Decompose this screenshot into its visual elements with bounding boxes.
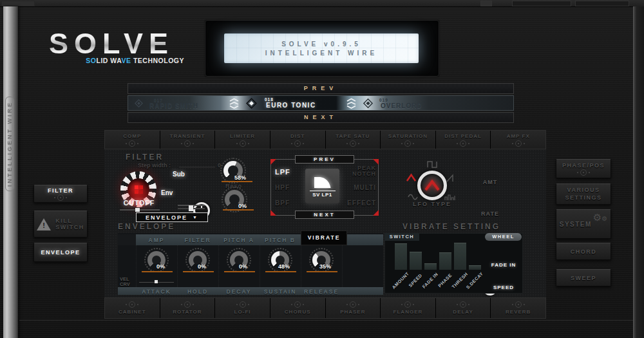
tab-rotator[interactable]: ROTATOR: [160, 298, 215, 318]
vibrate-wheel-button[interactable]: WHEEL: [485, 233, 522, 241]
divider: [218, 245, 219, 287]
tab-lo-fi[interactable]: LO-FI: [215, 298, 270, 318]
warning-icon: !: [37, 218, 51, 230]
various-settings-button[interactable]: VARIOUS SETTINGS: [556, 183, 611, 205]
env-col-filter[interactable]: FILTER: [177, 237, 218, 243]
env-stage-release: RELEASE: [301, 288, 342, 295]
tab-transient[interactable]: TRANSIENT: [160, 131, 215, 149]
filter-type-effect[interactable]: EFFECT: [346, 200, 376, 207]
sweep-button[interactable]: SWEEP: [556, 269, 611, 286]
envelope-page-button[interactable]: ENVELOPE: [33, 243, 88, 262]
filter-type-next-button[interactable]: NEXT: [295, 211, 354, 219]
tab-tape-satu[interactable]: TAPE SATU: [326, 131, 381, 149]
divider: [136, 245, 137, 287]
divider: [177, 245, 178, 287]
filter-type-lpf[interactable]: LPF: [275, 168, 290, 176]
preset-current-number: 018: [265, 97, 274, 102]
tab-limiter[interactable]: LIMITER: [215, 131, 270, 149]
cutoff-slider[interactable]: [120, 209, 160, 211]
bottom-fx-tab-row: CABINET ROTATOR LO-FI CHORUS PHASER FLAN…: [104, 297, 546, 319]
logo: SOLVE: [39, 27, 184, 61]
kill-switch-button[interactable]: ! KILL SWITCH: [33, 211, 88, 238]
tab-delay[interactable]: DELAY: [436, 298, 491, 318]
vel-crv-handle[interactable]: [155, 280, 158, 283]
divider: [301, 245, 301, 287]
host-button[interactable]: [480, 1, 492, 6]
env-col-pitch-a[interactable]: PITCH A: [218, 237, 260, 243]
value-underline: [224, 271, 255, 272]
env-label: Env: [161, 189, 173, 196]
knob-icon: [577, 169, 590, 176]
env-value-filter: 0%: [198, 263, 206, 270]
filter-type-bpf[interactable]: BPF: [275, 200, 290, 207]
host-button-group[interactable]: [575, 1, 629, 6]
tab-comp[interactable]: COMP: [105, 131, 160, 149]
env-slider-handle[interactable]: [189, 205, 193, 211]
reso-value: 58%: [234, 174, 246, 181]
speed-label: SPEED: [485, 285, 522, 290]
knob-icon: [126, 140, 138, 147]
logo-tagline: SOLID WAVE TECHNOLOGY: [77, 57, 184, 64]
cutoff-label: CUTOFF: [120, 199, 158, 207]
reso-underline: [222, 181, 252, 182]
divider: [342, 245, 343, 287]
lfo-type-dial[interactable]: [417, 171, 447, 200]
envelope-dropdown[interactable]: ENVELOPE ▼: [136, 212, 208, 222]
knob-icon: [346, 140, 359, 147]
filter-type-multi[interactable]: MULTI: [346, 184, 376, 191]
tab-dist-pedal[interactable]: DIST PEDAL: [436, 131, 491, 149]
lcd-line2: INTELLIGENT WIRE: [265, 50, 377, 57]
preset-next-number: 019: [379, 98, 388, 102]
tab-chorus[interactable]: CHORUS: [270, 298, 325, 318]
host-button-group[interactable]: [512, 1, 571, 6]
env-col-vibrate-selected[interactable]: VIBRATE: [301, 230, 347, 245]
filter-type-hpf[interactable]: HPF: [275, 184, 290, 191]
vibrate-bar-amount[interactable]: [395, 243, 407, 270]
tab-reverb[interactable]: REVERB: [491, 298, 545, 318]
cutoff-slider-handle[interactable]: [135, 208, 140, 212]
tab-flanger[interactable]: FLANGER: [381, 298, 435, 318]
filter-type-prev-button[interactable]: PREV: [295, 155, 354, 164]
preset-strip[interactable]: 017 RAPID SMITH 018 EURO TONIC 019 OVERL…: [128, 95, 514, 111]
tab-dist[interactable]: DIST: [270, 131, 325, 149]
host-button[interactable]: [1, 1, 35, 6]
knob-icon: [401, 301, 414, 308]
env-slider-track: [178, 208, 205, 209]
env-stage-attack: ATTACK: [136, 288, 177, 295]
square-wave-icon: [427, 161, 437, 168]
tab-saturation[interactable]: SATURATION: [381, 131, 435, 149]
chevrons-icon: [228, 97, 240, 109]
preset-next-button[interactable]: NEXT: [128, 112, 514, 123]
chord-button[interactable]: CHORD: [556, 243, 611, 260]
env-col-amp[interactable]: AMP: [136, 237, 177, 243]
env-value-pitch-b: 48%: [278, 263, 290, 270]
knob-icon: [291, 140, 304, 147]
env-stage-decay: DECAY: [218, 288, 260, 295]
vibrate-switch-button[interactable]: SWITCH: [384, 233, 419, 241]
diamond-icon: [362, 97, 374, 109]
ramp-wave-icon: [446, 174, 455, 182]
env-stage-sustain: SUSTAIN: [260, 288, 301, 295]
tab-cabinet[interactable]: CABINET: [105, 298, 160, 318]
env-col-pitch-b[interactable]: PITCH B: [260, 237, 301, 243]
tab-phaser[interactable]: PHASER: [326, 298, 381, 318]
phase-pos-button[interactable]: PHASE/POS: [556, 159, 611, 178]
system-button[interactable]: SYSTEM ⚙⚙: [556, 209, 611, 239]
left-metal-rail: INTELLIGENT WIRE: [3, 6, 18, 338]
value-underline: [183, 271, 214, 272]
right-metal-edge: [633, 6, 644, 338]
top-fx-tab-row: COMP TRANSIENT LIMITER DIST TAPE SATU SA…: [104, 130, 546, 149]
dropdown-arrow-icon: ▼: [193, 215, 198, 220]
lcd-line1: SOLVE v0.9.5: [281, 41, 361, 48]
tab-amp-fx[interactable]: AMP FX: [491, 131, 545, 149]
vibrate-section-title: VIBRATE SETTING: [402, 222, 500, 231]
filter-page-button[interactable]: FILTER: [33, 185, 88, 203]
filter-section-title: FILTER: [126, 153, 164, 162]
filter-knob2-value: 0%: [238, 203, 247, 209]
preset-prev-button[interactable]: PREV: [128, 83, 514, 94]
filter-type-notch[interactable]: NOTCH: [346, 171, 376, 177]
env-value-pitch-a: 0%: [239, 263, 247, 270]
knob-icon: [291, 301, 304, 308]
filter-type-display[interactable]: SV LP1: [305, 169, 339, 203]
host-toolbar: [0, 0, 644, 7]
